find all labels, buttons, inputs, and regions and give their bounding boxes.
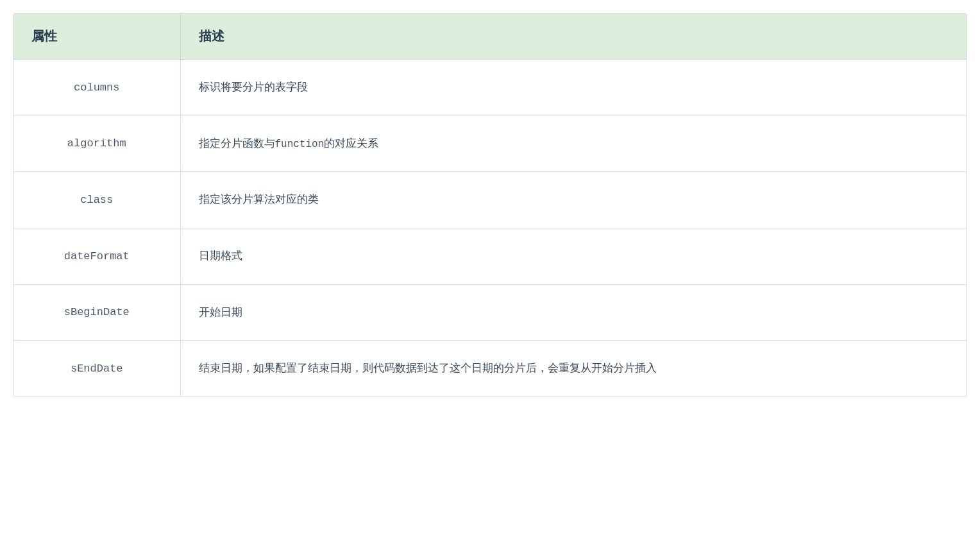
- table-row: sBeginDate 开始日期: [13, 284, 967, 341]
- table-row: columns 标识将要分片的表字段: [13, 60, 967, 116]
- property-description: 开始日期: [180, 284, 967, 341]
- property-name: sBeginDate: [13, 284, 180, 341]
- table-row: sEndDate 结束日期，如果配置了结束日期，则代码数据到达了这个日期的分片后…: [13, 341, 967, 397]
- property-description: 指定该分片算法对应的类: [180, 172, 967, 228]
- property-name: algorithm: [13, 116, 180, 172]
- property-name: dateFormat: [13, 228, 180, 284]
- property-name: columns: [13, 60, 180, 116]
- table-header-row: 属性 描述: [13, 13, 967, 60]
- property-description: 日期格式: [180, 228, 967, 284]
- property-name: sEndDate: [13, 341, 180, 397]
- header-description: 描述: [180, 13, 967, 60]
- property-description: 结束日期，如果配置了结束日期，则代码数据到达了这个日期的分片后，会重复从开始分片…: [180, 341, 967, 397]
- table-row: algorithm 指定分片函数与function的对应关系: [13, 116, 967, 172]
- property-description: 指定分片函数与function的对应关系: [180, 116, 967, 172]
- table-row: dateFormat 日期格式: [13, 228, 967, 284]
- property-description: 标识将要分片的表字段: [180, 60, 967, 116]
- inline-code: function: [275, 139, 325, 150]
- property-name: class: [13, 172, 180, 228]
- header-property: 属性: [13, 13, 180, 60]
- table-row: class 指定该分片算法对应的类: [13, 172, 967, 228]
- property-table: 属性 描述 columns 标识将要分片的表字段 algorithm 指定分片函…: [13, 13, 967, 397]
